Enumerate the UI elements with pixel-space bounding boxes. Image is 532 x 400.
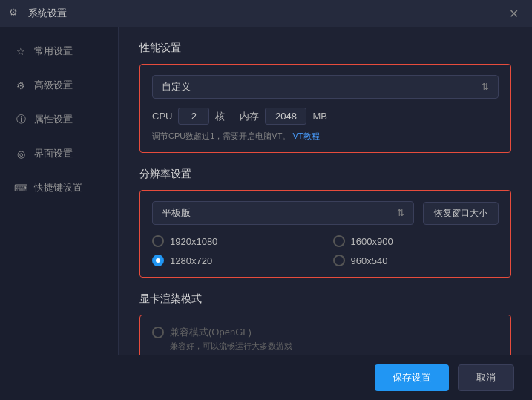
vt-link[interactable]: VT教程 (292, 131, 319, 140)
sidebar-label-shortcuts: 快捷键设置 (34, 181, 82, 194)
render-opengl: 兼容模式(OpenGL) 兼容好，可以流畅运行大多数游戏 (152, 326, 499, 352)
performance-box: 自定义 ⇅ CPU 核 内存 MB 调节CPU数超过1，需要开启电脑VT。 (139, 64, 511, 153)
cpu-unit: 核 (215, 110, 225, 123)
chevron-res-icon: ⇅ (397, 208, 404, 218)
performance-select[interactable]: 自定义 ⇅ (152, 75, 499, 99)
sidebar-label-properties: 属性设置 (34, 113, 73, 126)
main-content: 性能设置 自定义 ⇅ CPU 核 内存 MB (119, 27, 532, 355)
performance-section: 性能设置 自定义 ⇅ CPU 核 内存 MB (139, 42, 511, 153)
radio-1280-icon (152, 255, 164, 266)
cpu-input[interactable] (178, 108, 209, 125)
sidebar-label-general: 常用设置 (34, 45, 73, 58)
gear-icon: ⚙ (9, 7, 22, 20)
content-area: ☆ 常用设置 ⚙ 高级设置 ⓘ 属性设置 ◎ 界面设置 ⌨ 快捷键设置 (0, 27, 532, 355)
sidebar: ☆ 常用设置 ⚙ 高级设置 ⓘ 属性设置 ◎ 界面设置 ⌨ 快捷键设置 (0, 27, 119, 355)
cancel-button[interactable]: 取消 (458, 364, 514, 391)
performance-select-row: 自定义 ⇅ (152, 75, 499, 99)
resolution-1920[interactable]: 1920x1080 (152, 235, 318, 247)
eye-icon: ◎ (15, 148, 27, 160)
chevron-icon: ⇅ (482, 82, 489, 92)
resolution-1600-label: 1600x900 (351, 236, 393, 247)
performance-select-value: 自定义 (162, 80, 191, 94)
sidebar-label-interface: 界面设置 (34, 147, 73, 160)
memory-input[interactable] (265, 108, 306, 125)
resolution-1600[interactable]: 1600x900 (333, 235, 499, 247)
wrench-icon: ⚙ (15, 79, 27, 91)
render-box: 兼容模式(OpenGL) 兼容好，可以流畅运行大多数游戏 增强兼容模式Beta … (139, 315, 511, 355)
titlebar: ⚙ 系统设置 ✕ (0, 0, 532, 27)
save-button[interactable]: 保存设置 (375, 364, 449, 391)
resolution-box: 平板版 ⇅ 恢复窗口大小 1920x1080 1600x900 (139, 190, 511, 278)
resolution-select[interactable]: 平板版 ⇅ (152, 201, 414, 225)
info-icon: ⓘ (15, 114, 27, 125)
resolution-select-row: 平板版 ⇅ 恢复窗口大小 (152, 201, 499, 225)
memory-label: 内存 (240, 110, 259, 123)
sidebar-item-general[interactable]: ☆ 常用设置 (0, 34, 118, 68)
render-opengl-text: 兼容模式(OpenGL) (170, 326, 252, 339)
render-title: 显卡渲染模式 (139, 292, 511, 306)
render-opengl-desc: 兼容好，可以流畅运行大多数游戏 (170, 341, 499, 352)
keyboard-icon: ⌨ (15, 182, 27, 194)
sidebar-item-advanced[interactable]: ⚙ 高级设置 (0, 68, 118, 102)
restore-window-button[interactable]: 恢复窗口大小 (423, 202, 499, 225)
sidebar-item-shortcuts[interactable]: ⌨ 快捷键设置 (0, 171, 118, 205)
radio-960-icon (333, 255, 345, 266)
titlebar-left: ⚙ 系统设置 (9, 7, 67, 20)
resolution-960-label: 960x540 (351, 255, 388, 266)
performance-title: 性能设置 (139, 42, 511, 55)
cpu-label: CPU (152, 111, 172, 122)
resolution-options: 1920x1080 1600x900 1280x720 960x540 (152, 235, 499, 266)
main-window: ⚙ 系统设置 ✕ ☆ 常用设置 ⚙ 高级设置 ⓘ 属性设置 ◎ 界面设置 (0, 0, 532, 400)
radio-1920-icon (152, 235, 164, 247)
footer: 保存设置 取消 (0, 355, 532, 400)
sidebar-item-properties[interactable]: ⓘ 属性设置 (0, 102, 118, 137)
resolution-1280[interactable]: 1280x720 (152, 255, 318, 266)
resolution-1920-label: 1920x1080 (170, 236, 217, 247)
resolution-title: 分辨率设置 (139, 168, 511, 181)
resolution-1280-label: 1280x720 (170, 255, 212, 266)
radio-1600-icon (333, 235, 345, 247)
close-button[interactable]: ✕ (505, 5, 523, 22)
window-title: 系统设置 (28, 7, 67, 20)
radio-opengl-icon (152, 327, 164, 338)
render-opengl-label-row[interactable]: 兼容模式(OpenGL) (152, 326, 499, 339)
resolution-section: 分辨率设置 平板版 ⇅ 恢复窗口大小 1920x1080 (139, 168, 511, 278)
resolution-960[interactable]: 960x540 (333, 255, 499, 266)
vt-hint: 调节CPU数超过1，需要开启电脑VT。 VT教程 (152, 131, 499, 142)
resolution-select-value: 平板版 (162, 206, 191, 220)
cpu-row: CPU 核 内存 MB (152, 108, 499, 125)
render-section: 显卡渲染模式 兼容模式(OpenGL) 兼容好，可以流畅运行大多数游戏 增强兼容… (139, 292, 511, 355)
sidebar-item-interface[interactable]: ◎ 界面设置 (0, 137, 118, 171)
star-icon: ☆ (15, 45, 27, 57)
sidebar-label-advanced: 高级设置 (34, 79, 73, 92)
memory-unit: MB (312, 111, 327, 122)
